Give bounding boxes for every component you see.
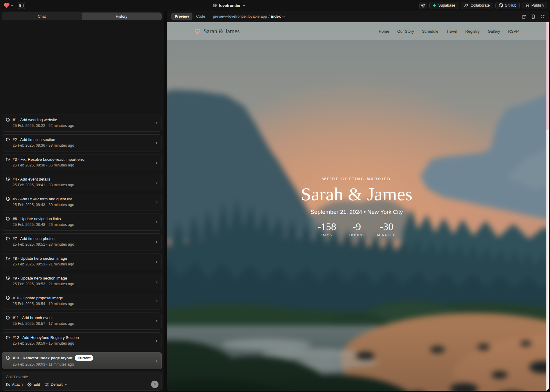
countdown-days: -158 DAYS: [317, 221, 336, 237]
globe-icon: [525, 3, 530, 7]
history-item-meta: 25 Feb 2025, 08:48 - 26 minutes ago: [13, 223, 153, 227]
sliders-icon: [45, 383, 49, 386]
tab-history[interactable]: History: [82, 13, 162, 20]
nav-schedule[interactable]: Schedule: [422, 29, 438, 34]
history-item[interactable]: #9 - Update hero section image 25 Feb 20…: [2, 273, 162, 290]
nav-rsvp[interactable]: RSVP: [508, 29, 519, 34]
chevron-right-icon: [155, 121, 158, 125]
history-item[interactable]: #3 - Fix: Resolve Lucide-react import er…: [2, 154, 162, 171]
chevron-right-icon: [155, 220, 158, 224]
history-item-meta: 25 Feb 2025, 08:53 - 21 minutes ago: [13, 282, 153, 286]
refresh-icon[interactable]: [540, 14, 545, 19]
site-logo[interactable]: Sarah & James: [195, 28, 240, 35]
chevron-right-icon: [155, 201, 158, 204]
chevron-down-icon: [11, 4, 14, 7]
history-icon: [6, 217, 10, 221]
countdown-minutes: -30 MINUTES: [377, 221, 396, 237]
preview-toolbar: Preview Code preview--lovefrontier.lovab…: [167, 11, 549, 22]
preview-scrollbar[interactable]: [546, 22, 549, 391]
site-viewport: Sarah & James Home Our Story Schedule Tr…: [167, 22, 549, 391]
site-logo-text: Sarah & James: [204, 28, 240, 35]
history-item[interactable]: #7 - Add timeline photos 25 Feb 2025, 08…: [2, 233, 162, 250]
github-button[interactable]: GitHub: [495, 2, 520, 9]
history-icon: [6, 157, 10, 162]
mode-label: Default: [51, 382, 63, 387]
history-item-meta: 25 Feb 2025, 08:38 - 36 minutes ago: [13, 163, 153, 167]
github-icon: [499, 3, 503, 7]
history-item-title: #13 - Refactor index page layout: [13, 356, 72, 360]
history-item-current[interactable]: #13 - Refactor index page layout Current…: [2, 352, 162, 369]
mobile-view-icon[interactable]: [531, 14, 535, 19]
globe-icon: [213, 3, 217, 7]
history-item-title: #4 - Add event details: [13, 177, 50, 181]
history-icon: [6, 197, 10, 201]
panel-left-icon: [19, 3, 24, 8]
history-item-meta: 25 Feb 2025, 08:54 - 19 minutes ago: [13, 302, 153, 306]
chevron-right-icon: [155, 161, 158, 165]
sidebar-spacer: [0, 20, 164, 115]
tab-preview[interactable]: Preview: [171, 13, 192, 20]
publish-button[interactable]: Publish: [522, 2, 547, 9]
preview-page: index: [271, 14, 281, 19]
history-icon: [6, 256, 10, 261]
history-icon: [6, 177, 10, 181]
project-switcher[interactable]: lovefrontier: [213, 0, 246, 11]
send-button[interactable]: [151, 381, 159, 388]
history-item-meta: 25 Feb 2025, 08:51 - 23 minutes ago: [13, 242, 153, 247]
nav-travel[interactable]: Travel: [446, 29, 457, 34]
topbar-left: [4, 0, 25, 11]
image-icon: [6, 382, 10, 386]
ask-lovable-input[interactable]: [6, 375, 159, 379]
supabase-button[interactable]: Supabase: [429, 2, 458, 9]
history-item-meta: 25 Feb 2025, 08:22 - 52 minutes ago: [13, 124, 153, 128]
tab-chat[interactable]: Chat: [2, 13, 82, 20]
history-item-meta: 25 Feb 2025, 08:36 - 38 minutes ago: [13, 143, 153, 148]
history-item[interactable]: #5 - Add RSVP form and guest list 25 Feb…: [2, 194, 162, 211]
history-item[interactable]: #4 - Add event details 25 Feb 2025, 08:4…: [2, 174, 162, 191]
edit-button[interactable]: Edit: [27, 382, 40, 387]
site-header: Sarah & James Home Our Story Schedule Tr…: [167, 22, 546, 40]
sidebar-toggle-button[interactable]: [18, 2, 25, 9]
collaborate-button[interactable]: Collaborate: [461, 2, 493, 9]
history-item[interactable]: #1 - Add wedding website 25 Feb 2025, 08…: [2, 115, 162, 132]
publish-label: Publish: [531, 3, 544, 7]
attach-button[interactable]: Attach: [6, 382, 23, 387]
countdown-hours: -9 HOURS: [349, 221, 364, 237]
history-item-meta: 25 Feb 2025, 08:43 - 30 minutes ago: [13, 203, 153, 207]
chevron-right-icon: [155, 300, 158, 303]
history-item-title: #11 - Add brunch event: [13, 316, 53, 320]
history-item[interactable]: #11 - Add brunch event 25 Feb 2025, 08:5…: [2, 313, 162, 330]
edit-label: Edit: [33, 382, 40, 387]
chat-composer: Attach Edit: [2, 372, 162, 391]
history-item[interactable]: #10 - Update proposal image 25 Feb 2025,…: [2, 293, 162, 310]
history-icon: [6, 236, 10, 241]
lovable-logo-menu[interactable]: [4, 2, 14, 8]
history-item[interactable]: #6 - Update navigation links 25 Feb 2025…: [2, 214, 162, 231]
history-item-title: #9 - Update hero section image: [13, 276, 67, 280]
hero-eyebrow: WE'RE GETTING MARRIED: [167, 177, 546, 181]
nav-our-story[interactable]: Our Story: [397, 29, 414, 34]
mode-select[interactable]: Default: [45, 382, 67, 387]
nav-gallery[interactable]: Gallery: [488, 29, 500, 34]
history-item-meta: 25 Feb 2025, 08:57 - 17 minutes ago: [13, 322, 153, 326]
tab-code[interactable]: Code: [196, 14, 205, 19]
preview-url[interactable]: preview--lovefrontier.lovable.app / inde…: [213, 14, 285, 19]
app-window: lovefrontier Supabase: [0, 0, 550, 392]
supabase-label: Supabase: [438, 3, 455, 7]
topbar: lovefrontier Supabase: [0, 0, 550, 11]
history-item[interactable]: #8 - Update hero section image 25 Feb 20…: [2, 253, 162, 270]
heart-outline-icon: [195, 28, 201, 34]
settings-button[interactable]: [419, 2, 427, 9]
nav-home[interactable]: Home: [379, 29, 389, 34]
history-item[interactable]: #2 - Add timeline section 25 Feb 2025, 0…: [2, 134, 162, 151]
scrollbar-thumb[interactable]: [546, 22, 549, 130]
gear-icon: [421, 3, 425, 8]
open-in-new-tab-icon[interactable]: [522, 14, 526, 19]
lovable-heart-logo-icon: [4, 2, 10, 8]
hero-date-location: September 21, 2024 • New York City: [167, 209, 546, 215]
github-label: GitHub: [505, 3, 516, 7]
history-item[interactable]: #12 - Add Honeyfund Registry Section 25 …: [2, 332, 162, 349]
chevron-right-icon: [155, 260, 158, 264]
nav-registry[interactable]: Registry: [465, 29, 480, 34]
countdown-minutes-label: MINUTES: [377, 233, 396, 237]
